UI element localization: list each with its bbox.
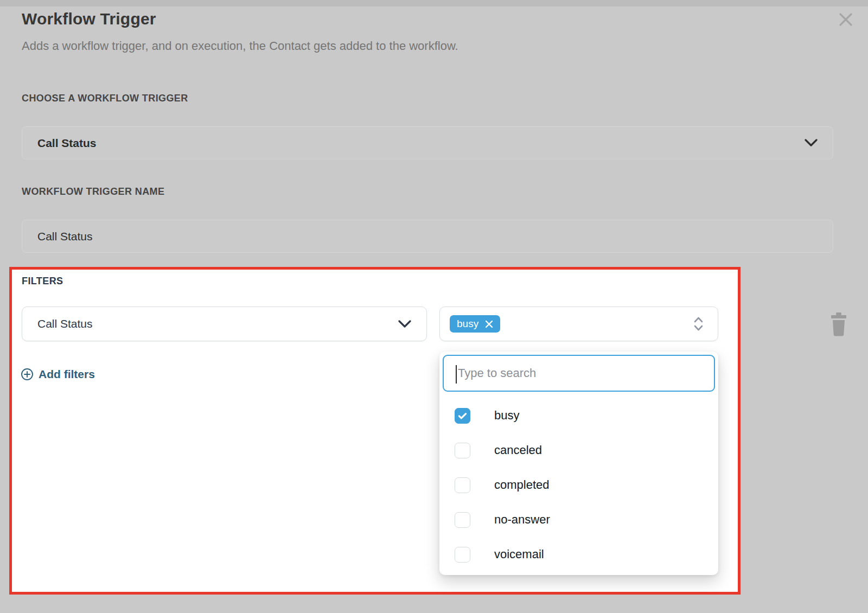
option-label: no-answer [494, 513, 550, 527]
plus-circle-icon [21, 368, 34, 381]
expand-collapse-icon [693, 316, 704, 331]
trigger-type-label: CHOOSE A WORKFLOW TRIGGER [22, 93, 188, 104]
filters-section-label: FILTERS [22, 276, 63, 287]
page-title: Workflow Trigger [22, 10, 156, 28]
search-input[interactable] [444, 356, 714, 391]
filter-value-multiselect[interactable]: busy [439, 306, 718, 341]
close-button[interactable] [837, 11, 854, 28]
text-caret [456, 365, 457, 384]
option-label: canceled [494, 443, 542, 457]
option-no-answer[interactable]: no-answer [439, 502, 718, 537]
filter-options-dropdown: busy canceled completed no-answer voicem… [439, 352, 718, 575]
option-completed[interactable]: completed [439, 468, 718, 502]
option-label: completed [494, 478, 550, 492]
checkbox[interactable] [455, 408, 470, 424]
filter-field-select-value: Call Status [37, 317, 93, 330]
trigger-name-field-wrap [22, 220, 833, 253]
trigger-name-input[interactable] [37, 230, 818, 243]
trash-icon [829, 312, 848, 336]
trigger-name-label: WORKFLOW TRIGGER NAME [22, 186, 164, 197]
option-voicemail[interactable]: voicemail [439, 537, 718, 572]
chevron-down-icon [805, 139, 818, 147]
filter-field-select[interactable]: Call Status [22, 306, 427, 341]
chevron-down-icon [398, 320, 411, 328]
checkbox[interactable] [455, 512, 470, 528]
checkbox[interactable] [455, 477, 470, 493]
checkbox[interactable] [455, 547, 470, 563]
option-label: voicemail [494, 547, 544, 561]
options-list: busy canceled completed no-answer voicem… [439, 398, 718, 572]
option-canceled[interactable]: canceled [439, 433, 718, 468]
selected-tag: busy [450, 315, 500, 333]
tag-remove-icon[interactable] [485, 320, 493, 328]
trigger-type-select-value: Call Status [37, 137, 97, 150]
close-icon [839, 12, 853, 27]
search-field-wrap [443, 355, 715, 392]
add-filters-label: Add filters [39, 368, 95, 381]
option-label: busy [494, 408, 519, 423]
selected-tag-label: busy [457, 318, 478, 330]
trigger-type-select[interactable]: Call Status [22, 126, 833, 159]
modal-description: Adds a workflow trigger, and on executio… [22, 39, 458, 53]
checkbox[interactable] [455, 443, 470, 458]
option-busy[interactable]: busy [439, 398, 718, 433]
page-behind-strip [0, 0, 868, 7]
add-filters-button[interactable]: Add filters [21, 368, 95, 381]
delete-filter-button[interactable] [829, 312, 848, 336]
